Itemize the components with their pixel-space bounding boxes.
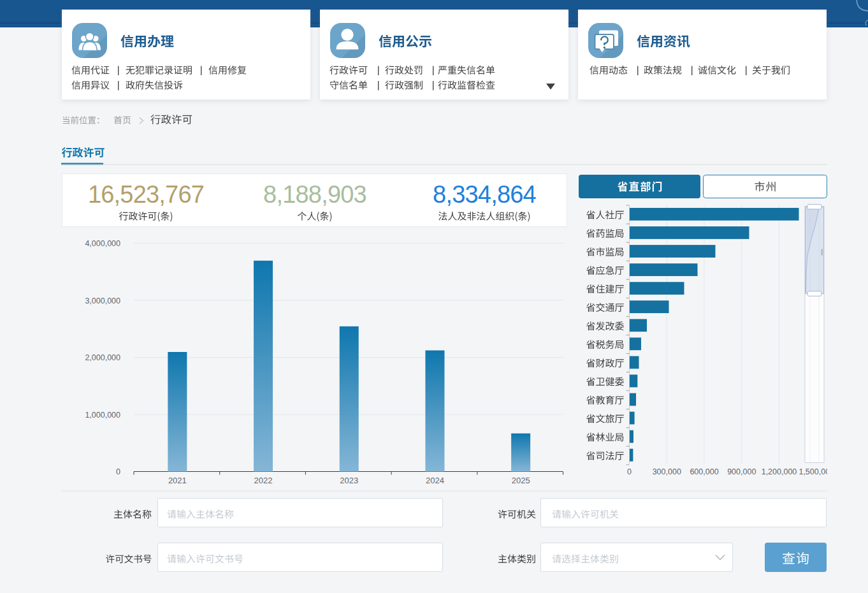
svg-text:16,523,767: 16,523,767 [88,181,204,208]
svg-text:3,000,000: 3,000,000 [85,296,120,305]
svg-text:2024: 2024 [426,476,444,485]
svg-text:2,000,000: 2,000,000 [85,353,120,362]
svg-text:8,188,903: 8,188,903 [263,181,366,208]
svg-text:1,000,000: 1,000,000 [85,411,120,420]
svg-text:600,000: 600,000 [690,467,718,476]
svg-text:1,500,000: 1,500,000 [799,467,834,476]
svg-text:900,000: 900,000 [727,467,756,476]
svg-text:0: 0 [116,467,120,476]
svg-text:4,000,000: 4,000,000 [85,239,120,248]
svg-text:0: 0 [627,467,632,476]
svg-text:8,334,864: 8,334,864 [433,181,537,208]
svg-text:2022: 2022 [254,476,273,485]
svg-text:300,000: 300,000 [653,467,681,476]
svg-text:2025: 2025 [512,476,530,485]
svg-text:1,200,000: 1,200,000 [762,467,797,476]
svg-text:2021: 2021 [168,476,187,485]
svg-text:2023: 2023 [340,476,358,485]
